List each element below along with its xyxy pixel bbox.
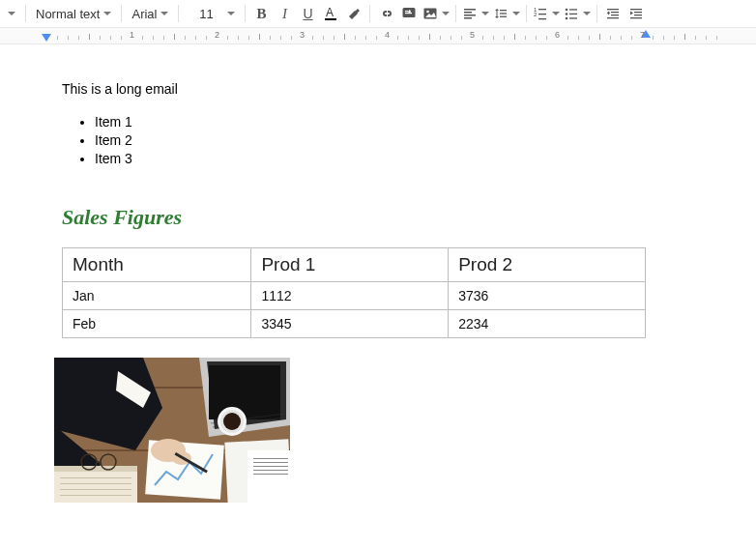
svg-rect-32 [630, 9, 642, 10]
underline-button[interactable]: U [296, 2, 319, 25]
ruler-tick [716, 36, 717, 40]
horizontal-ruler[interactable]: 1234567 [0, 28, 756, 44]
insert-link-button[interactable] [374, 2, 397, 25]
svg-rect-34 [634, 14, 642, 15]
embedded-image[interactable] [54, 358, 290, 503]
table-cell[interactable]: Feb [63, 310, 251, 338]
svg-rect-64 [60, 495, 131, 496]
line-spacing-dropdown[interactable] [491, 6, 522, 21]
ruler-number: 2 [215, 30, 219, 40]
ruler-tick [610, 36, 611, 40]
ruler-number: 7 [640, 30, 645, 40]
ruler-number: 6 [555, 30, 560, 40]
ruler-tick [461, 36, 462, 40]
svg-rect-49 [253, 466, 288, 467]
ruler-tick [674, 36, 675, 40]
table-cell[interactable]: 3345 [251, 310, 449, 338]
more-dropdown-left[interactable] [2, 12, 21, 15]
text-color-icon: A [323, 6, 338, 21]
svg-rect-13 [497, 10, 498, 17]
table-header-cell[interactable]: Prod 2 [449, 248, 646, 282]
svg-rect-47 [253, 458, 288, 459]
ruler-tick [206, 36, 207, 40]
numbered-list-dropdown[interactable]: 12 [531, 6, 562, 21]
svg-rect-4 [405, 13, 412, 14]
section-heading[interactable]: Sales Figures [62, 205, 646, 230]
left-indent-marker[interactable] [42, 34, 51, 42]
divider [526, 5, 527, 22]
divider [121, 5, 122, 22]
insert-image-dropdown[interactable] [421, 6, 451, 21]
chevron-down-icon [442, 12, 450, 15]
highlight-color-button[interactable] [342, 2, 365, 25]
ruler-tick [323, 36, 324, 40]
table-header-cell[interactable]: Prod 1 [251, 248, 449, 282]
list-item[interactable]: Item 1 [95, 114, 646, 130]
decrease-indent-button[interactable] [601, 2, 625, 25]
bulleted-list[interactable]: Item 1Item 2Item 3 [95, 114, 646, 166]
text-color-button[interactable]: A [319, 2, 342, 25]
document-body[interactable]: This is a long email Item 1Item 2Item 3 … [62, 81, 646, 503]
svg-rect-20 [538, 14, 546, 14]
ruler-number: 5 [470, 30, 475, 40]
italic-button[interactable]: I [273, 2, 296, 25]
svg-text:A: A [326, 6, 334, 19]
bulleted-list-icon [564, 6, 579, 21]
intro-paragraph[interactable]: This is a long email [62, 81, 646, 97]
sales-table[interactable]: MonthProd 1Prod 2 Jan11123736Feb33452234 [62, 247, 646, 338]
font-family-dropdown[interactable]: Arial [126, 7, 174, 21]
paragraph-style-dropdown[interactable]: Normal text [30, 7, 117, 21]
chevron-down-icon [227, 12, 235, 15]
divider [245, 5, 246, 22]
chevron-down-icon [160, 12, 168, 15]
ruler-tick [365, 36, 366, 40]
divider [178, 5, 179, 22]
font-size-input[interactable] [189, 6, 223, 22]
list-item[interactable]: Item 3 [95, 151, 646, 166]
svg-rect-33 [634, 12, 642, 13]
paragraph-style-label: Normal text [36, 7, 100, 21]
svg-rect-61 [60, 477, 131, 478]
chevron-down-icon [583, 12, 591, 15]
svg-rect-31 [607, 17, 619, 18]
table-cell[interactable]: 3736 [449, 282, 646, 310]
increase-indent-button[interactable] [625, 2, 648, 25]
ruler-tick [227, 36, 228, 40]
svg-rect-12 [464, 17, 472, 19]
chevron-down-icon [512, 12, 520, 15]
ruler-tick [344, 34, 345, 40]
svg-rect-3 [405, 11, 408, 12]
align-left-icon [462, 6, 478, 21]
ruler-tick [68, 36, 69, 40]
divider [455, 5, 456, 22]
svg-rect-21 [538, 18, 546, 19]
table-cell[interactable]: 2234 [449, 310, 646, 338]
font-size-control[interactable] [183, 6, 241, 22]
svg-text:2: 2 [534, 12, 538, 17]
line-spacing-icon [493, 6, 509, 21]
bulleted-list-dropdown[interactable] [562, 6, 593, 21]
divider [369, 5, 370, 22]
svg-rect-27 [569, 17, 577, 18]
svg-rect-16 [500, 16, 507, 17]
insert-comment-button[interactable] [397, 2, 421, 25]
ruler-tick [121, 36, 122, 40]
increase-indent-icon [628, 6, 644, 21]
table-row: Jan11123736 [63, 282, 646, 310]
table-cell[interactable]: Jan [63, 282, 251, 310]
ruler-tick [440, 36, 441, 40]
ruler-tick [408, 36, 409, 40]
svg-rect-51 [253, 474, 288, 475]
align-dropdown[interactable] [460, 6, 491, 21]
list-item[interactable]: Item 2 [95, 132, 646, 148]
document-page: This is a long email Item 1Item 2Item 3 … [0, 44, 756, 503]
ruler-tick [110, 36, 111, 40]
chevron-down-icon [8, 12, 15, 15]
ruler-tick [185, 36, 186, 40]
ruler-tick [514, 34, 515, 40]
table-header-cell[interactable]: Month [63, 248, 251, 282]
bold-button[interactable]: B [249, 2, 273, 25]
ruler-number: 4 [385, 30, 390, 40]
table-cell[interactable]: 1112 [251, 282, 449, 310]
ruler-tick [174, 34, 175, 40]
